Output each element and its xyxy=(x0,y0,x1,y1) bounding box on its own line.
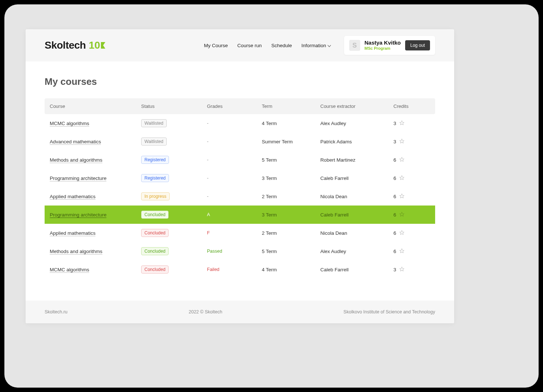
credits-cell: 6 xyxy=(393,212,437,218)
page-title: My courses xyxy=(45,76,435,87)
column-header[interactable]: Status xyxy=(141,103,207,109)
credits-value: 3 xyxy=(393,267,396,272)
header: Skoltech 10 My CourseCourse runScheduleI… xyxy=(26,29,454,61)
svg-marker-7 xyxy=(400,249,404,253)
logo-number: 10 xyxy=(89,39,106,51)
credits-value: 3 xyxy=(393,121,396,126)
content: My courses CourseStatusGradesTermCourse … xyxy=(26,61,454,301)
nav-item-my-course[interactable]: My Course xyxy=(204,43,228,48)
column-header[interactable]: Grades xyxy=(207,103,262,109)
course-link[interactable]: Methods and algorithms xyxy=(50,157,102,163)
star-icon[interactable] xyxy=(399,230,404,236)
course-link[interactable]: MCMC algorithms xyxy=(50,121,89,127)
table-row[interactable]: MCMC algorithmsConcludedFailed4 TermCale… xyxy=(45,260,435,279)
course-link[interactable]: MCMC algorithms xyxy=(50,267,89,273)
table-row[interactable]: MCMC algorithmsWaitlisted-4 TermAlex Aud… xyxy=(45,114,435,132)
table-row[interactable]: Advanced mathematicsWaitlisted-Summer Te… xyxy=(45,132,435,151)
page-container: Skoltech 10 My CourseCourse runScheduleI… xyxy=(26,29,454,323)
star-icon[interactable] xyxy=(399,139,404,145)
course-link[interactable]: Advanced mathematics xyxy=(50,139,101,145)
svg-marker-4 xyxy=(400,194,404,198)
credits-cell: 6 xyxy=(393,230,437,236)
grade-value: - xyxy=(207,121,262,126)
course-link[interactable]: Programming architecture xyxy=(50,176,106,181)
grade-value: - xyxy=(207,139,262,144)
credits-value: 6 xyxy=(393,194,396,199)
courses-table: CourseStatusGradesTermCourse extractorCr… xyxy=(45,98,435,279)
term-value: 3 Term xyxy=(262,212,320,218)
extractor-value: Alex Audley xyxy=(320,249,393,254)
course-link[interactable]: Applied mathematics xyxy=(50,230,95,236)
grade-value: A xyxy=(207,212,262,217)
credits-value: 6 xyxy=(393,157,396,163)
extractor-value: Caleb Farrell xyxy=(320,267,393,272)
column-header[interactable]: Course extractor xyxy=(320,103,393,109)
column-header[interactable]: Credits xyxy=(393,103,437,109)
svg-marker-3 xyxy=(400,176,404,180)
term-value: 5 Term xyxy=(262,249,320,254)
table-row[interactable]: Programming architectureRegistered-3 Ter… xyxy=(45,169,435,187)
course-link[interactable]: Programming architecture xyxy=(50,212,106,218)
credits-value: 6 xyxy=(393,249,396,254)
extractor-value: Caleb Farrell xyxy=(320,212,393,218)
star-icon[interactable] xyxy=(399,175,404,181)
star-icon[interactable] xyxy=(399,248,404,255)
credits-value: 3 xyxy=(393,139,396,144)
column-header[interactable]: Course xyxy=(50,103,141,109)
table-row[interactable]: Applied mathematicsConcludedF2 TermNicol… xyxy=(45,224,435,242)
extractor-value: Robert Martinez xyxy=(320,157,393,163)
grade-value: Passed xyxy=(207,249,262,254)
star-icon[interactable] xyxy=(399,157,404,163)
extractor-value: Patrick Adams xyxy=(320,139,393,144)
footer-center: 2022 © Skoltech xyxy=(189,309,222,314)
footer-left[interactable]: Skoltech.ru xyxy=(45,309,68,314)
svg-marker-8 xyxy=(400,267,404,271)
star-icon[interactable] xyxy=(399,212,404,218)
term-value: 4 Term xyxy=(262,121,320,126)
nav-item-schedule[interactable]: Schedule xyxy=(271,43,292,48)
course-link[interactable]: Applied mathematics xyxy=(50,194,95,200)
avatar[interactable]: S xyxy=(349,40,360,51)
star-icon[interactable] xyxy=(399,267,404,273)
term-value: 5 Term xyxy=(262,157,320,163)
table-row[interactable]: Methods and algorithmsRegistered-5 TermR… xyxy=(45,151,435,169)
grade-value: Failed xyxy=(207,267,262,272)
user-name: Nastya Kvitko xyxy=(365,39,401,46)
star-icon[interactable] xyxy=(399,120,404,127)
term-value: 4 Term xyxy=(262,267,320,272)
table-row[interactable]: Programming architectureConcludedA3 Term… xyxy=(45,206,435,224)
status-badge: Concluded xyxy=(141,265,169,274)
credits-value: 6 xyxy=(393,230,396,236)
status-badge: Waitlisted xyxy=(141,137,167,146)
logo-text: Skoltech xyxy=(45,39,86,51)
column-header[interactable]: Term xyxy=(262,103,320,109)
extractor-value: Nicola Dean xyxy=(320,230,393,236)
extractor-value: Nicola Dean xyxy=(320,194,393,199)
credits-cell: 6 xyxy=(393,193,437,200)
table-header: CourseStatusGradesTermCourse extractorCr… xyxy=(45,98,435,114)
table-row[interactable]: Methods and algorithmsConcludedPassed5 T… xyxy=(45,242,435,260)
status-badge: In progress xyxy=(141,192,170,200)
footer-right: Skolkovo Institute of Science and Techno… xyxy=(343,309,435,314)
star-icon[interactable] xyxy=(399,193,404,200)
credits-cell: 6 xyxy=(393,175,437,181)
credits-cell: 3 xyxy=(393,120,437,127)
credits-value: 6 xyxy=(393,176,396,181)
logo[interactable]: Skoltech 10 xyxy=(45,39,106,51)
nav-item-course-run[interactable]: Course run xyxy=(237,43,262,48)
term-value: 2 Term xyxy=(262,194,320,199)
table-row[interactable]: Applied mathematicsIn progress-2 TermNic… xyxy=(45,187,435,206)
footer: Skoltech.ru 2022 © Skoltech Skolkovo Ins… xyxy=(26,301,454,323)
logout-button[interactable]: Log out xyxy=(405,40,430,50)
credits-cell: 6 xyxy=(393,248,437,255)
term-value: Summer Term xyxy=(262,139,320,144)
status-badge: Waitlisted xyxy=(141,119,167,127)
grade-value: - xyxy=(207,194,262,199)
course-link[interactable]: Methods and algorithms xyxy=(50,249,102,255)
credits-cell: 3 xyxy=(393,267,437,273)
grade-value: - xyxy=(207,157,262,162)
grade-value: F xyxy=(207,230,262,235)
nav-item-information[interactable]: Information xyxy=(301,43,331,48)
status-badge: Concluded xyxy=(141,247,169,255)
user-card: S Nastya Kvitko MSc Program Log out xyxy=(344,36,435,54)
